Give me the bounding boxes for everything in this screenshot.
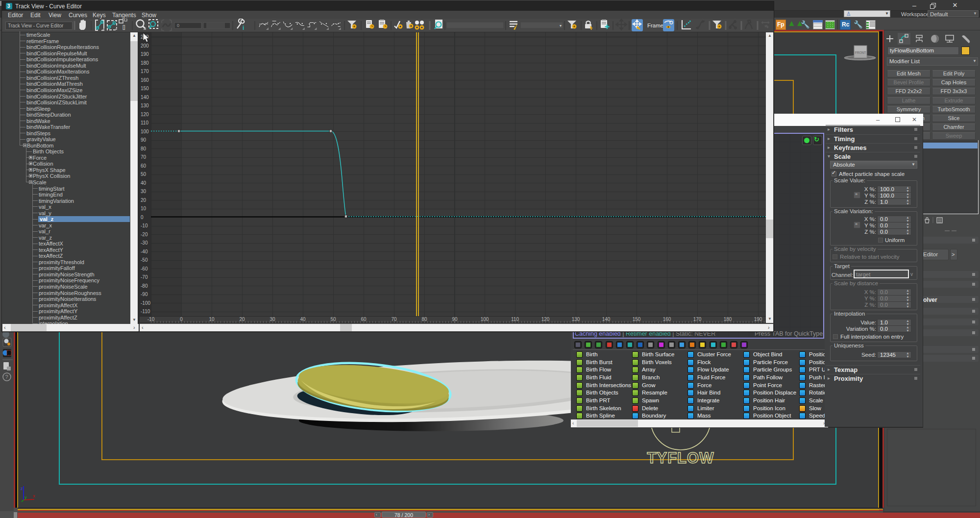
svg-text:[]: []: [122, 25, 125, 30]
svg-text:FRONT: FRONT: [855, 51, 866, 54]
svg-text:▾: ▾: [560, 24, 562, 28]
svg-text:TYFLOW: TYFLOW: [647, 449, 714, 467]
svg-text:?: ?: [5, 374, 8, 380]
svg-text:y: y: [24, 495, 27, 500]
svg-text:0: 0: [177, 23, 179, 28]
svg-text:x: x: [33, 493, 35, 498]
svg-text:Frame: Frame: [647, 23, 663, 28]
svg-text:i: i: [243, 25, 244, 31]
svg-text:z: z: [21, 486, 23, 491]
